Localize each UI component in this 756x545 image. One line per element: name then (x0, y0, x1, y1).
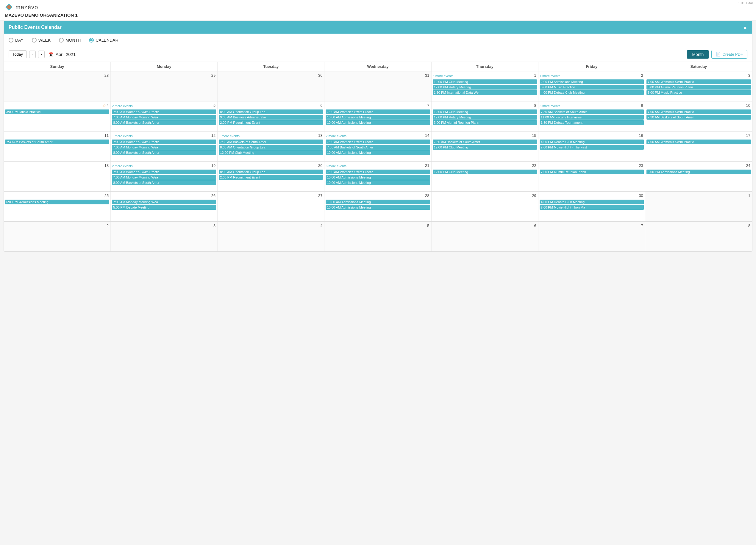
event-item[interactable]: 1:30 PM International Data We (433, 90, 537, 95)
event-item[interactable]: 7:30 AM Baskets of South Amer (219, 140, 323, 144)
day-cell-top: 24 (646, 163, 751, 169)
next-button[interactable]: › (38, 51, 45, 58)
more-events[interactable]: 6 more events (326, 164, 424, 168)
event-item[interactable]: 12:00 PM Club Meeting (433, 79, 537, 84)
event-item[interactable]: 2:00 PM Recruitment Event (219, 175, 323, 180)
panel-title: Public Events Calendar (9, 25, 62, 30)
prev-button[interactable]: ‹ (29, 51, 36, 58)
day-cell: 2810:00 AM Admissions Meeting10:00 AM Ad… (324, 192, 431, 221)
event-item[interactable]: 10:00 AM Admissions Meeting (326, 200, 430, 205)
day-number: 8 (533, 103, 537, 108)
day-cell-top: 6 more events21 (326, 163, 430, 169)
event-item[interactable]: 8:00 AM Orientation Group Lea (219, 110, 323, 114)
event-item[interactable]: 5:00 PM Debate Meeting (112, 205, 216, 210)
event-item[interactable]: 10:00 AM Admissions Meeting (326, 120, 430, 125)
panel-collapse-button[interactable]: ▲ (743, 25, 747, 30)
more-events[interactable]: 2 more events (326, 134, 424, 138)
event-item[interactable]: 7:30 AM Baskets of South Amer (326, 145, 430, 150)
event-item[interactable]: 12:00 PM Club Meeting (433, 110, 537, 114)
day-cell-top: 31 (326, 73, 430, 79)
event-item[interactable]: 8:00 AM Baskets of South Amer (112, 180, 216, 185)
day-number: 2 (641, 73, 644, 78)
event-item[interactable]: 7:00 AM Monday Morning Wea (112, 145, 216, 150)
event-item[interactable]: 7:00 AM Women's Swim Practic (112, 170, 216, 174)
day-number: 14 (424, 133, 430, 138)
more-events[interactable]: 1 more events (112, 134, 210, 138)
event-item[interactable]: 2:00 PM Recruitment Event (219, 120, 323, 125)
event-item[interactable]: 12:00 PM Rotary Meeting (433, 85, 537, 90)
day-cell-top: 8 (646, 223, 751, 229)
create-pdf-button[interactable]: 📄 Create PDF (711, 50, 747, 59)
event-item[interactable]: 7:30 AM Baskets of South Amer (540, 110, 644, 114)
event-item[interactable]: 2:00 PM Admissions Meeting (540, 79, 644, 84)
event-item[interactable]: 10:00 AM Admissions Meeting (326, 175, 430, 180)
event-item[interactable]: 3:00 PM Music Practice (5, 110, 109, 114)
event-item[interactable]: 7:00 AM Women's Swim Practic (326, 110, 430, 114)
radio-week[interactable] (32, 38, 37, 43)
more-events[interactable]: 3 more events (433, 74, 533, 78)
event-item[interactable]: 12:00 PM Club Meeting (433, 170, 537, 174)
event-item[interactable]: 4:00 PM Debate Club Meeting (540, 90, 644, 95)
event-item[interactable]: 10:00 AM Admissions Meeting (326, 150, 430, 155)
event-item[interactable]: 7:30 AM Baskets of South Amer (5, 140, 109, 144)
event-item[interactable]: 8:00 AM Baskets of South Amer (112, 150, 216, 155)
event-item[interactable]: 7:00 PM Movie Night - Iron Ma (540, 205, 644, 210)
day-cell-top: 29 (112, 73, 216, 79)
day-number: ☆4 (102, 103, 109, 108)
event-item[interactable]: 8:00 AM Orientation Group Lea (219, 170, 323, 174)
event-item[interactable]: 10:00 AM Admissions Meeting (326, 180, 430, 185)
event-item[interactable]: 7:00 AM Women's Swim Practic (646, 79, 751, 84)
event-item[interactable]: 7:00 AM Women's Swim Practic (326, 170, 430, 174)
event-item[interactable]: 12:00 PM Club Meeting (433, 145, 537, 150)
event-item[interactable]: 7:00 AM Women's Swim Practic (326, 140, 430, 144)
event-item[interactable]: 12:00 PM Rotary Meeting (433, 115, 537, 120)
view-day[interactable]: DAY (9, 38, 24, 43)
event-item[interactable]: 9:00 AM Business Administratio (219, 115, 323, 120)
event-item[interactable]: 1:30 PM Debate Tournament (540, 120, 644, 125)
event-item[interactable]: 7:00 AM Women's Swim Practic (646, 110, 751, 114)
month-view-button[interactable]: Month (687, 50, 709, 59)
event-item[interactable]: 7:00 AM Women's Swim Practic (646, 140, 751, 144)
event-item[interactable]: 12:00 PM Club Meeting (219, 150, 323, 155)
day-number: 21 (424, 163, 430, 168)
event-item[interactable]: 3:00 PM Music Practice (540, 85, 644, 90)
event-item[interactable]: 6:00 PM Admissions Meeting (5, 200, 109, 205)
event-item[interactable]: 4:00 PM Debate Club Meeting (540, 200, 644, 205)
day-cell: 7 (538, 222, 645, 252)
event-item[interactable]: 7:00 AM Monday Morning Wea (112, 200, 216, 205)
more-events[interactable]: 2 more events (112, 164, 210, 168)
view-week[interactable]: WEEK (32, 38, 51, 43)
event-item[interactable]: 3:00 PM Music Practice (646, 90, 751, 95)
event-item[interactable]: 7:00 PM Alumni Reunion Plann (540, 170, 644, 174)
radio-calendar[interactable] (89, 38, 94, 43)
event-item[interactable]: 11:00 AM Faculty Interviews (540, 115, 644, 120)
event-item[interactable]: 7:00 PM Movie Night - The Fast (540, 145, 644, 150)
today-button[interactable]: Today (9, 50, 27, 58)
more-events[interactable]: 1 more events (540, 74, 640, 78)
radio-day[interactable] (9, 38, 13, 43)
radio-month[interactable] (59, 38, 64, 43)
more-events[interactable]: 2 more events (112, 104, 212, 108)
event-item[interactable]: 7:00 AM Monday Morning Wea (112, 175, 216, 180)
event-item[interactable]: 7:00 AM Women's Swim Practic (112, 140, 216, 144)
event-item[interactable]: 3:00 PM Alumni Reunion Plann (646, 85, 751, 90)
more-events[interactable]: 1 more events (219, 134, 317, 138)
event-item[interactable]: 8:00 AM Orientation Group Lea (219, 145, 323, 150)
event-item[interactable]: 7:30 AM Baskets of South Amer (433, 140, 537, 144)
event-item[interactable]: 5:00 PM Admissions Meeting (646, 170, 751, 174)
event-item[interactable]: 10:00 AM Admissions Meeting (326, 115, 430, 120)
event-item[interactable]: 10:00 AM Admissions Meeting (326, 205, 430, 210)
event-item[interactable]: 7:00 AM Monday Morning Wea (112, 115, 216, 120)
event-item[interactable]: 3:00 PM Alumni Reunion Plann (433, 120, 537, 125)
event-item[interactable]: 7:30 AM Baskets of South Amer (646, 115, 751, 120)
day-number: 2 (106, 223, 109, 229)
view-calendar[interactable]: CALENDAR (89, 38, 118, 43)
more-events[interactable]: 3 more events (540, 104, 640, 108)
calendar-grid: SundayMondayTuesdayWednesdayThursdayFrid… (4, 62, 752, 252)
event-item[interactable]: 7:00 AM Women's Swim Practic (112, 110, 216, 114)
day-number: 27 (318, 193, 323, 199)
view-month[interactable]: MONTH (59, 38, 81, 43)
org-name: MAZEVO DEMO ORGANIZATION 1 (5, 13, 751, 18)
event-item[interactable]: 8:00 AM Baskets of South Amer (112, 120, 216, 125)
event-item[interactable]: 4:00 PM Debate Club Meeting (540, 140, 644, 144)
